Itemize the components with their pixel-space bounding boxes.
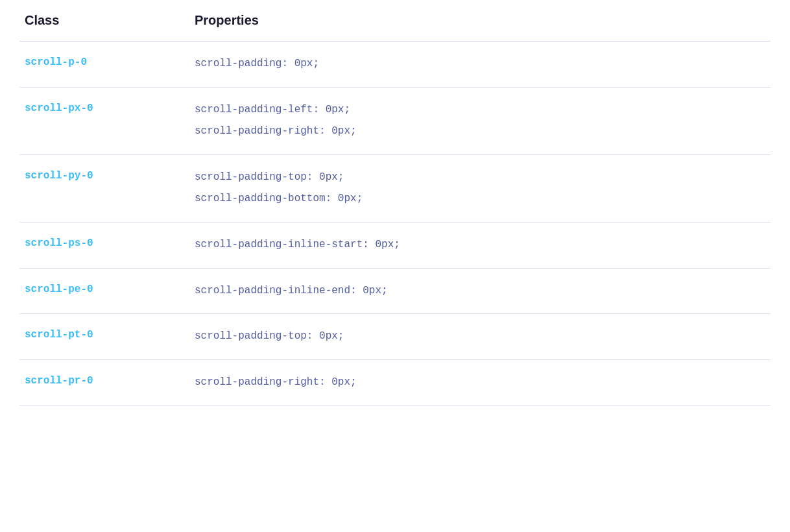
properties-cell: scroll-padding-inline-start: 0px; xyxy=(188,222,771,268)
class-name-cell[interactable]: scroll-py-0 xyxy=(25,170,93,182)
page-container[interactable]: Class Properties scroll-p-0scroll-paddin… xyxy=(0,0,790,532)
properties-cell: scroll-padding-inline-end: 0px; xyxy=(188,268,771,314)
table-row: scroll-px-0scroll-padding-left: 0px;scro… xyxy=(19,87,771,154)
property-line: scroll-padding: 0px; xyxy=(195,56,764,73)
properties-cell: scroll-padding-left: 0px;scroll-padding-… xyxy=(188,87,771,154)
property-line: scroll-padding-top: 0px; xyxy=(195,169,764,186)
class-name-cell[interactable]: scroll-p-0 xyxy=(25,56,87,68)
class-column-header: Class xyxy=(19,0,188,42)
properties-cell: scroll-padding: 0px; xyxy=(188,42,771,88)
class-name-cell[interactable]: scroll-pe-0 xyxy=(25,284,93,295)
property-line: scroll-padding-inline-start: 0px; xyxy=(195,237,764,254)
css-reference-table: Class Properties scroll-p-0scroll-paddin… xyxy=(19,0,771,405)
properties-cell: scroll-padding-right: 0px; xyxy=(188,359,771,405)
class-name-cell[interactable]: scroll-pt-0 xyxy=(25,329,93,341)
table-row: scroll-pe-0scroll-padding-inline-end: 0p… xyxy=(19,268,771,314)
properties-column-header: Properties xyxy=(188,0,771,42)
class-name-cell[interactable]: scroll-px-0 xyxy=(25,103,93,114)
table-row: scroll-p-0scroll-padding: 0px; xyxy=(19,42,771,88)
property-line: scroll-padding-right: 0px; xyxy=(195,123,764,140)
table-row: scroll-pt-0scroll-padding-top: 0px; xyxy=(19,314,771,360)
property-line: scroll-padding-inline-end: 0px; xyxy=(195,283,764,300)
table-row: scroll-ps-0scroll-padding-inline-start: … xyxy=(19,222,771,268)
table-row: scroll-pr-0scroll-padding-right: 0px; xyxy=(19,359,771,405)
table-wrapper: Class Properties scroll-p-0scroll-paddin… xyxy=(0,0,790,405)
property-line: scroll-padding-bottom: 0px; xyxy=(195,191,764,208)
class-name-cell[interactable]: scroll-pr-0 xyxy=(25,375,93,387)
property-line: scroll-padding-right: 0px; xyxy=(195,374,764,391)
table-row: scroll-py-0scroll-padding-top: 0px;scrol… xyxy=(19,154,771,222)
property-line: scroll-padding-top: 0px; xyxy=(195,328,764,345)
property-line: scroll-padding-left: 0px; xyxy=(195,102,764,119)
class-name-cell[interactable]: scroll-ps-0 xyxy=(25,237,93,249)
properties-cell: scroll-padding-top: 0px;scroll-padding-b… xyxy=(188,154,771,222)
properties-cell: scroll-padding-top: 0px; xyxy=(188,314,771,360)
